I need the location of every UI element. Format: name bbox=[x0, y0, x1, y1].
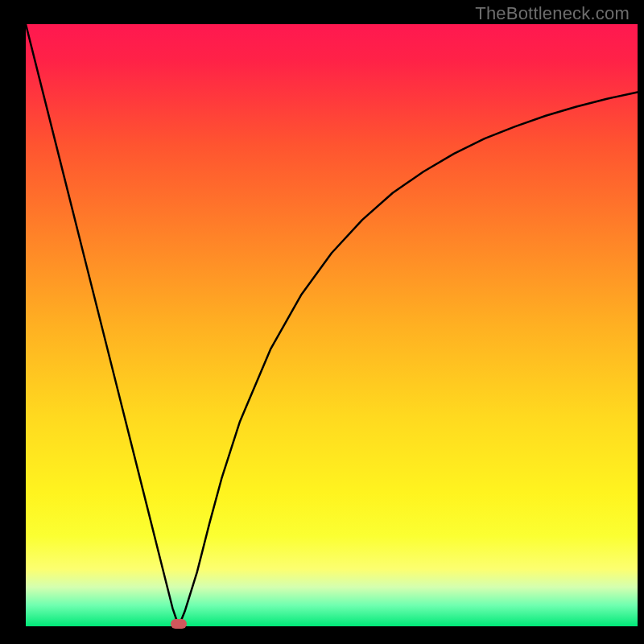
bottleneck-chart bbox=[0, 0, 644, 644]
watermark-text: TheBottleneck.com bbox=[475, 3, 630, 24]
chart-frame: { "watermark": "TheBottleneck.com", "cha… bbox=[0, 0, 644, 644]
plot-background bbox=[26, 24, 638, 626]
optimum-marker bbox=[171, 619, 187, 629]
